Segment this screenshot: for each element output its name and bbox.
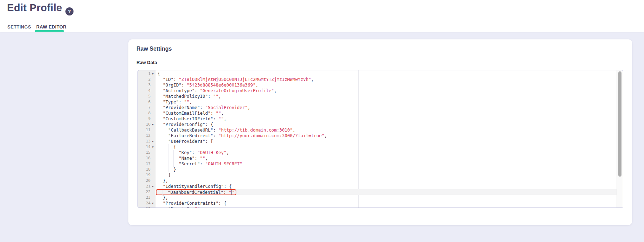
code-line[interactable]: "Secret": "OAUTH-SECRET" bbox=[156, 161, 617, 167]
gutter-row: 24▾ bbox=[138, 200, 155, 206]
code-line[interactable]: "Type": "", bbox=[156, 99, 617, 105]
raw-settings-card: Raw Settings Raw Data 1▾2345678910▾11121… bbox=[128, 39, 632, 225]
code-token: "5f23d888548e6e000136a369" bbox=[187, 82, 256, 88]
fold-arrow-icon[interactable]: ▾ bbox=[151, 184, 155, 189]
code-token: ] bbox=[168, 172, 171, 178]
code-token: "MatchedPolicyID" bbox=[163, 94, 208, 99]
line-number: 7 bbox=[148, 105, 151, 110]
gutter-row: 2 bbox=[138, 77, 155, 82]
indent-guide bbox=[163, 127, 168, 133]
code-token: : bbox=[179, 99, 184, 104]
help-icon[interactable]: ? bbox=[65, 7, 74, 15]
page-header: Edit Profile ? SETTINGS RAW EDITOR bbox=[0, 0, 644, 32]
code-line[interactable]: ] bbox=[156, 172, 617, 178]
code-token: "ProviderConfig" bbox=[163, 122, 205, 127]
line-number: 18 bbox=[146, 167, 151, 172]
indent-guide bbox=[168, 155, 173, 161]
code-line[interactable]: "MatchedPolicyID": "", bbox=[156, 94, 617, 99]
gutter-row: 25 bbox=[138, 206, 155, 208]
gutter-row: 18 bbox=[138, 167, 155, 172]
indent-guide bbox=[163, 206, 168, 208]
code-line[interactable]: "CallbackBaseURL": "http://tib.domain.co… bbox=[156, 127, 617, 133]
indent-guide bbox=[158, 195, 163, 200]
code-token: "ActionType" bbox=[163, 88, 195, 93]
indent-guide bbox=[158, 167, 163, 172]
code-line[interactable]: "IdentityHandlerConfig": { bbox=[156, 184, 617, 189]
code-token: "" bbox=[184, 99, 189, 104]
line-number: 2 bbox=[148, 77, 151, 82]
code-line[interactable]: "Name": "", bbox=[156, 155, 617, 161]
code-line[interactable]: "CustomEmailField": "", bbox=[156, 110, 617, 116]
gutter-row: 14▾ bbox=[138, 144, 155, 150]
code-line[interactable]: "ActionType": "GenerateOrLoginUserProfil… bbox=[156, 88, 617, 94]
editor-scrollbar[interactable] bbox=[617, 70, 623, 208]
fold-arrow-icon[interactable]: ▾ bbox=[151, 144, 155, 150]
indent-guide bbox=[158, 206, 163, 208]
tab-settings[interactable]: SETTINGS bbox=[7, 24, 31, 30]
line-number: 6 bbox=[148, 99, 151, 105]
code-line[interactable]: "DashboardCredential": "" bbox=[156, 189, 617, 195]
indent-guide bbox=[158, 161, 163, 167]
line-number: 9 bbox=[148, 116, 151, 122]
line-number: 4 bbox=[148, 88, 151, 94]
code-line[interactable]: } bbox=[156, 167, 617, 172]
code-line[interactable]: "ID": "ZTBiODRlMjAtMjU5OC00NTJjLTc2MGMtY… bbox=[156, 77, 617, 82]
indent-guide bbox=[163, 172, 168, 178]
code-line[interactable]: }, bbox=[156, 195, 617, 200]
indent-guide bbox=[163, 133, 168, 139]
code-token: "OAUTH-SECRET" bbox=[205, 161, 242, 166]
code-line[interactable]: { bbox=[156, 71, 617, 77]
code-line[interactable]: "OrgID": "5f23d888548e6e000136a369", bbox=[156, 82, 617, 88]
code-token: "" bbox=[195, 206, 200, 208]
code-token: "UseProviders" bbox=[168, 139, 205, 144]
code-line[interactable]: "ProviderName": "SocialProvider", bbox=[156, 105, 617, 110]
code-token: }, bbox=[163, 195, 168, 200]
raw-data-label: Raw Data bbox=[136, 60, 157, 65]
indent-guide bbox=[158, 184, 163, 189]
code-token: , bbox=[200, 206, 203, 208]
code-token: "GenerateOrLoginUserProfile" bbox=[200, 88, 274, 93]
code-line[interactable]: "ProviderConstraints": { bbox=[156, 200, 617, 206]
code-token: , bbox=[274, 88, 277, 93]
gutter-row: 19 bbox=[138, 172, 155, 178]
code-token: "ID" bbox=[163, 77, 173, 82]
code-line[interactable]: "FailureRedirect": "http://your.domain.c… bbox=[156, 133, 617, 139]
dashboard-credential-highlight: "DashboardCredential": "" bbox=[156, 189, 236, 195]
fold-arrow-icon[interactable]: ▾ bbox=[151, 122, 155, 127]
code-token: " bbox=[232, 190, 235, 195]
code-token: : bbox=[195, 155, 200, 161]
indent-guide bbox=[163, 139, 168, 144]
indent-guide bbox=[158, 88, 163, 94]
code-line[interactable]: "ProviderConfig": { bbox=[156, 122, 617, 127]
code-token: }, bbox=[163, 178, 168, 183]
code-line[interactable]: "UseProviders": [ bbox=[156, 139, 617, 144]
code-token: "Name" bbox=[179, 155, 195, 161]
editor-code-area[interactable]: {"ID": "ZTBiODRlMjAtMjU5OC00NTJjLTc2MGMt… bbox=[156, 70, 617, 208]
line-number: 15 bbox=[146, 150, 151, 155]
line-number: 22 bbox=[146, 189, 151, 195]
code-token: : bbox=[211, 110, 216, 116]
code-line[interactable]: "CustomUserIDField": "", bbox=[156, 116, 617, 122]
code-token: "FailureRedirect" bbox=[168, 133, 213, 138]
fold-arrow-icon[interactable]: ▾ bbox=[151, 200, 155, 206]
code-line[interactable]: "Domain": "", bbox=[156, 206, 617, 208]
scrollbar-thumb[interactable] bbox=[618, 71, 621, 177]
code-token: "ProviderName" bbox=[163, 105, 200, 110]
tab-raw-editor[interactable]: RAW EDITOR bbox=[36, 24, 66, 30]
code-token: "CustomUserIDField" bbox=[163, 116, 213, 121]
text-cursor bbox=[231, 190, 232, 195]
code-token: , bbox=[248, 105, 250, 110]
code-token: "" bbox=[218, 116, 224, 121]
gutter-row: 6 bbox=[138, 99, 155, 105]
gutter-row: 20 bbox=[138, 178, 155, 184]
fold-arrow-icon[interactable]: ▾ bbox=[151, 71, 155, 77]
indent-guide bbox=[163, 161, 168, 167]
code-line[interactable]: "Key": "OAUTH-Key", bbox=[156, 150, 617, 155]
indent-guide bbox=[158, 116, 163, 122]
code-line[interactable]: }, bbox=[156, 178, 617, 184]
code-line[interactable]: { bbox=[156, 144, 617, 150]
indent-guide bbox=[158, 77, 163, 82]
code-token: "Type" bbox=[163, 99, 179, 104]
json-editor[interactable]: 1▾2345678910▾111213▾14▾15161718192021▾22… bbox=[138, 70, 623, 208]
fold-arrow-icon[interactable]: ▾ bbox=[151, 139, 155, 144]
